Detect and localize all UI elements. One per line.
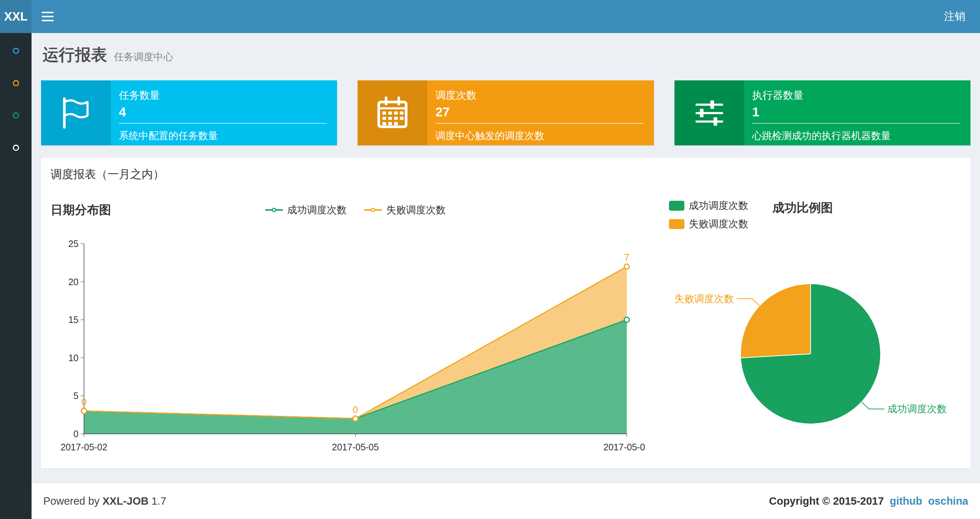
- legend-success-swatch: [669, 201, 684, 211]
- sliders-icon: [675, 80, 744, 145]
- svg-text:0: 0: [73, 429, 78, 439]
- svg-text:2017-05-05: 2017-05-05: [332, 442, 379, 452]
- schedule-report-panel: 调度报表（一月之内） 日期分布图 成功调度次数 失败: [41, 158, 970, 468]
- info-box-desc: 调度中心触发的调度次数: [435, 129, 643, 142]
- app-name: XXL-JOB: [102, 495, 148, 507]
- app-wrapper: XXL 注销 运行报表 任务调度中心: [0, 0, 980, 519]
- sidebar: [0, 33, 32, 519]
- pie-chart-title: 成功比例图: [772, 200, 833, 216]
- svg-text:失败调度次数: 失败调度次数: [675, 293, 734, 304]
- circle-icon: [13, 48, 19, 54]
- success-ratio-chart-block: 成功调度次数 失败调度次数 成功比例图 成功调度次数失败调度次数: [646, 199, 961, 457]
- info-box-job-count: 任务数量 4 系统中配置的任务数量: [41, 80, 337, 145]
- charts-row: 日期分布图 成功调度次数 失败调度次数 0510152: [51, 199, 961, 457]
- calendar-icon: [358, 80, 427, 145]
- sidebar-item-1[interactable]: [0, 35, 32, 67]
- info-box-title: 任务数量: [119, 88, 327, 102]
- svg-text:2017-05-02: 2017-05-02: [60, 442, 107, 452]
- logout-link[interactable]: 注销: [929, 0, 980, 33]
- svg-text:成功调度次数: 成功调度次数: [887, 403, 947, 414]
- panel-title: 调度报表（一月之内）: [51, 167, 961, 182]
- legend-success-label: 成功调度次数: [287, 203, 347, 217]
- app-version: 1.7: [151, 495, 166, 507]
- pie-legend-success[interactable]: 成功调度次数: [669, 199, 748, 212]
- info-box-desc: 系统中配置的任务数量: [119, 129, 327, 142]
- sidebar-toggle-button[interactable]: [32, 12, 64, 21]
- hamburger-icon: [42, 12, 54, 13]
- page-title: 运行报表: [43, 46, 107, 64]
- page-subtitle: 任务调度中心: [114, 51, 173, 62]
- flag-icon: [41, 80, 111, 145]
- info-box-title: 执行器数量: [752, 88, 960, 102]
- oschina-link[interactable]: oschina: [928, 495, 968, 507]
- info-box-title: 调度次数: [435, 88, 643, 102]
- circle-icon: [13, 112, 19, 118]
- app-logo[interactable]: XXL: [0, 0, 32, 33]
- sidebar-item-4[interactable]: [0, 131, 32, 164]
- info-box-trigger-count: 调度次数 27 调度中心触发的调度次数: [358, 80, 654, 145]
- info-box-value: 1: [752, 105, 960, 119]
- legend-success[interactable]: 成功调度次数: [265, 203, 347, 217]
- top-navbar: XXL 注销: [0, 0, 980, 33]
- info-box-value: 4: [119, 105, 327, 119]
- line-chart-title: 日期分布图: [51, 202, 111, 219]
- svg-text:15: 15: [68, 315, 78, 325]
- svg-text:10: 10: [68, 353, 78, 363]
- svg-text:25: 25: [68, 239, 78, 249]
- powered-by: Powered by XXL-JOB 1.7: [43, 495, 166, 507]
- svg-text:0: 0: [81, 396, 87, 407]
- svg-text:7: 7: [624, 252, 629, 263]
- legend-fail-label: 失败调度次数: [386, 203, 445, 217]
- app-logo-text: XXL: [4, 10, 27, 24]
- divider: [119, 123, 327, 124]
- line-chart-legend: 成功调度次数 失败调度次数: [265, 203, 445, 217]
- info-box-desc: 心跳检测成功的执行器机器数量: [752, 129, 960, 142]
- github-link[interactable]: github: [890, 495, 923, 507]
- info-box-value: 27: [435, 105, 643, 119]
- svg-text:2017-05-08: 2017-05-08: [603, 442, 645, 452]
- copyright: Copyright © 2015-2017 github oschina: [769, 495, 968, 507]
- legend-success-marker: [265, 209, 283, 211]
- svg-text:20: 20: [68, 277, 78, 287]
- pie-legend-success-label: 成功调度次数: [689, 199, 748, 212]
- date-distribution-chart: 05101520252017-05-022017-05-052017-05-08…: [51, 221, 645, 456]
- navbar-content: 注销: [32, 0, 980, 33]
- circle-icon: [13, 80, 19, 86]
- divider: [752, 123, 960, 124]
- circle-icon: [13, 145, 19, 151]
- svg-text:5: 5: [73, 391, 78, 401]
- divider: [435, 123, 643, 124]
- copyright-text: Copyright © 2015-2017: [769, 495, 884, 507]
- svg-text:0: 0: [353, 404, 358, 415]
- legend-fail-marker: [364, 209, 382, 211]
- date-distribution-chart-block: 日期分布图 成功调度次数 失败调度次数 0510152: [51, 199, 646, 457]
- info-box-executor-count: 执行器数量 1 心跳检测成功的执行器机器数量: [675, 80, 970, 145]
- sidebar-item-3[interactable]: [0, 99, 32, 131]
- legend-fail[interactable]: 失败调度次数: [364, 203, 445, 217]
- footer: Powered by XXL-JOB 1.7 Copyright © 2015-…: [32, 483, 980, 519]
- info-boxes-row: 任务数量 4 系统中配置的任务数量: [32, 80, 980, 145]
- sidebar-item-2[interactable]: [0, 67, 32, 99]
- page-header: 运行报表 任务调度中心: [32, 33, 980, 80]
- main-content: 运行报表 任务调度中心 任务数量 4 系统中配置的任务数量: [32, 33, 980, 519]
- success-ratio-pie-chart: 成功调度次数失败调度次数: [646, 221, 961, 456]
